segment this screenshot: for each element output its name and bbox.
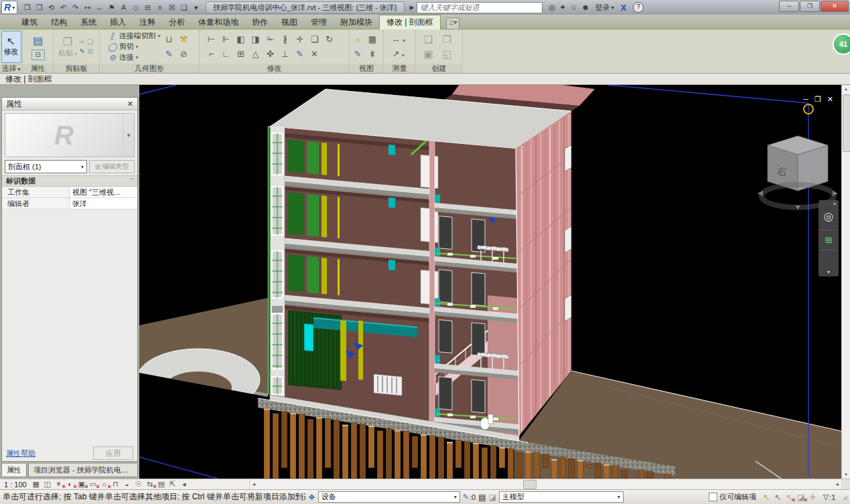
- design-options-icon[interactable]: ▤: [478, 493, 486, 502]
- drawing-area[interactable]: 右 ─❐✕ ✕ ◎ ⊞ ▾: [139, 85, 841, 479]
- ribbon-tab[interactable]: 视图: [275, 15, 304, 29]
- help-icon[interactable]: ?: [633, 2, 644, 13]
- crop-view-icon[interactable]: ▣×: [77, 480, 86, 489]
- profile-icon[interactable]: ☻: [581, 3, 590, 12]
- favorites-icon[interactable]: ☆: [570, 3, 577, 12]
- create-similar-icon[interactable]: ❒: [438, 32, 457, 47]
- communication-center-icon[interactable]: ✦: [559, 3, 566, 12]
- palette-title-bar[interactable]: 属性✕: [2, 98, 137, 110]
- switch-windows-icon[interactable]: ❏: [178, 3, 190, 12]
- viewcube[interactable]: 右: [758, 136, 838, 209]
- palette-close-icon[interactable]: ✕: [127, 100, 133, 108]
- scroll-up-icon[interactable]: ▴: [842, 85, 850, 93]
- undo-icon[interactable]: ↶: [58, 3, 69, 12]
- section-icon[interactable]: ⊟: [142, 3, 153, 12]
- zoom-icon[interactable]: ⊞: [825, 235, 833, 245]
- ribbon-tab[interactable]: 系统: [74, 15, 103, 29]
- close-hidden-windows-icon[interactable]: ☒: [166, 3, 178, 12]
- modify-button[interactable]: ↖修改: [1, 31, 21, 63]
- sync-icon[interactable]: ⟲: [46, 3, 57, 12]
- ribbon-tab[interactable]: 协作: [245, 15, 275, 29]
- preview-dropdown-icon[interactable]: ▾: [123, 114, 134, 157]
- minimize-button[interactable]: ─: [779, 1, 799, 12]
- editable-only-checkbox[interactable]: 仅可编辑项: [709, 492, 756, 502]
- viewport-minimize-icon[interactable]: ─: [803, 96, 808, 103]
- temporary-hide-isolate-icon[interactable]: ◒: [123, 480, 132, 489]
- search-input[interactable]: [417, 2, 543, 13]
- properties-icon[interactable]: ▤: [31, 33, 46, 48]
- worksets-icon[interactable]: ❖: [308, 493, 315, 502]
- match-type-icon[interactable]: ✎: [78, 47, 86, 56]
- select-underlay-elements-icon[interactable]: ↖: [774, 493, 781, 502]
- aligned-dimension-icon[interactable]: ↗ ▾: [385, 47, 412, 62]
- infocenter-flyout-icon[interactable]: ▶: [410, 4, 415, 11]
- save-icon[interactable]: ❒: [33, 3, 45, 12]
- search-icon[interactable]: ◎: [548, 3, 555, 12]
- notification-badge[interactable]: 41: [833, 33, 850, 55]
- cut-icon[interactable]: ✂: [78, 37, 86, 47]
- horizontal-scrollbar[interactable]: ◂ ▸: [249, 479, 842, 489]
- scale-indicator[interactable]: 1 : 100: [4, 481, 27, 489]
- scroll-down-icon[interactable]: ▾: [842, 471, 850, 479]
- offset-icon[interactable]: ⊩: [219, 32, 234, 47]
- apply-button[interactable]: 应用: [93, 446, 133, 460]
- measure-line-icon[interactable]: ↔ ▾: [385, 32, 412, 47]
- demolish-icon[interactable]: ⚒: [176, 32, 191, 47]
- create-parts-icon[interactable]: ◱: [438, 47, 457, 62]
- sign-in-button[interactable]: 登录▾: [595, 3, 614, 13]
- default-3d-view-icon[interactable]: ◇: [130, 3, 141, 12]
- ribbon-tab[interactable]: 分析: [162, 15, 192, 29]
- visual-style-icon[interactable]: ◫: [43, 480, 52, 489]
- underlay-icon[interactable]: ⇟: [365, 47, 380, 62]
- cut-join-icon[interactable]: ⟦连接端切割▾: [108, 31, 161, 41]
- align-icon[interactable]: ⊢: [204, 32, 219, 47]
- navbar-close-icon[interactable]: ✕: [833, 201, 837, 207]
- horizontal-scroll-thumb[interactable]: [523, 480, 537, 489]
- match-icon[interactable]: ✎: [293, 47, 307, 62]
- array-icon[interactable]: ⊞: [234, 47, 249, 62]
- design-option-dropdown[interactable]: 主模型▾: [499, 491, 624, 503]
- panel-label-select[interactable]: 选择▾: [0, 64, 22, 73]
- pin-icon[interactable]: ✜: [263, 47, 278, 62]
- ribbon-minimize-toggle[interactable]: ◻▾: [446, 17, 460, 29]
- linework-icon[interactable]: ✎: [350, 47, 365, 62]
- app-menu-button[interactable]: R▾: [1, 1, 17, 14]
- select-elements-by-face-icon[interactable]: ◪×: [797, 493, 804, 502]
- close-button[interactable]: ✕: [821, 1, 849, 12]
- type-properties-icon[interactable]: ⊟: [31, 50, 45, 60]
- split-icon[interactable]: ✁: [263, 32, 278, 47]
- displace-elements-icon[interactable]: ⇱: [168, 480, 178, 489]
- trim-corner-icon[interactable]: ∟: [219, 47, 234, 62]
- scroll-left-icon[interactable]: ◂: [250, 479, 258, 489]
- ribbon-tab[interactable]: 附加模块: [334, 15, 379, 29]
- trim-icon[interactable]: ⌐: [204, 47, 219, 62]
- navbar-options-icon[interactable]: ▾: [827, 269, 830, 275]
- paste-button[interactable]: ❐粘贴 ▾: [58, 35, 76, 58]
- move-icon[interactable]: ✛: [293, 32, 307, 47]
- mirror-axis-icon[interactable]: ◨: [249, 32, 263, 47]
- edit-icon[interactable]: ⊞: [86, 47, 94, 56]
- active-workset-dropdown[interactable]: 设备▾: [318, 491, 460, 503]
- open-icon[interactable]: ❐: [21, 3, 33, 12]
- exchange-apps-icon[interactable]: X: [620, 3, 626, 13]
- shadows-icon[interactable]: ◐×: [66, 480, 75, 489]
- rotate-icon[interactable]: ↻: [322, 32, 337, 47]
- customize-qat-icon[interactable]: ▾: [190, 3, 202, 12]
- select-pinned-elements-icon[interactable]: ↖×: [786, 493, 792, 502]
- thin-lines-icon[interactable]: ≡: [154, 3, 165, 11]
- ribbon-tab[interactable]: 插入: [103, 15, 133, 29]
- editing-requests[interactable]: ✎:0: [463, 493, 476, 501]
- select-links-icon[interactable]: ↖: [763, 493, 770, 502]
- reveal-hidden-elements-icon[interactable]: ☉: [134, 480, 143, 489]
- property-value[interactable]: 视图 "三维视...: [70, 187, 137, 197]
- property-value[interactable]: 张洋: [70, 198, 137, 209]
- render-gallery-icon[interactable]: ▦: [365, 32, 380, 47]
- visibility-icon[interactable]: ☼: [350, 32, 365, 47]
- ribbon-tab[interactable]: 建筑: [15, 15, 44, 29]
- ribbon-tab-modify-section-box[interactable]: 修改 | 剖面框: [379, 15, 441, 29]
- create-assembly-icon[interactable]: ▣: [419, 47, 438, 62]
- properties-help-link[interactable]: 属性帮助: [6, 448, 36, 458]
- sun-path-icon[interactable]: ☀×: [54, 480, 64, 489]
- tab-project-browser[interactable]: 项目浏览器 - 技师学院机电培训...: [28, 464, 138, 477]
- tag-icon[interactable]: ⚑: [106, 3, 117, 12]
